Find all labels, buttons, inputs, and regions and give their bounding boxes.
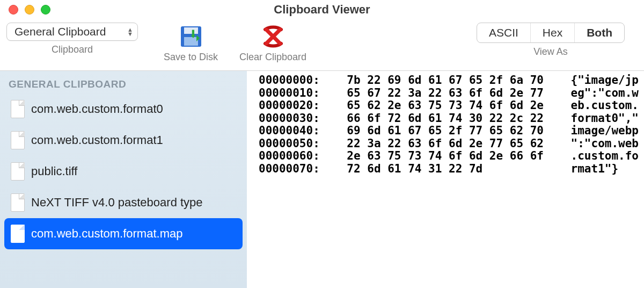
clipboard-dropdown[interactable]: General Clipboard ▲▼ — [6, 23, 138, 41]
file-icon — [11, 162, 25, 181]
sidebar-item-label: com.web.custom.format.map — [31, 227, 182, 241]
view-as-group: ASCII Hex Both View As — [477, 23, 625, 57]
svg-rect-1 — [184, 27, 198, 34]
sidebar: GENERAL CLIPBOARD com.web.custom.format0… — [0, 71, 247, 288]
clipboard-selector-group: General Clipboard ▲▼ Clipboard — [6, 23, 138, 55]
sidebar-item-label: public.tiff — [31, 164, 77, 178]
zoom-icon[interactable] — [41, 5, 50, 15]
titlebar: Clipboard Viewer — [0, 0, 644, 19]
sidebar-item[interactable]: public.tiff — [0, 156, 247, 187]
save-label: Save to Disk — [164, 52, 218, 63]
file-icon — [11, 131, 25, 149]
window-title: Clipboard Viewer — [0, 3, 644, 17]
clear-label: Clear Clipboard — [239, 52, 306, 63]
view-as-ascii[interactable]: ASCII — [477, 23, 531, 42]
close-icon[interactable] — [9, 5, 18, 15]
svg-rect-2 — [184, 37, 198, 46]
sidebar-item[interactable]: com.web.custom.format.map — [4, 218, 243, 249]
content-pane: 00000000: 7b 22 69 6d 61 67 65 2f 6a 70 … — [247, 71, 644, 288]
sidebar-section-header: GENERAL CLIPBOARD — [0, 74, 247, 93]
chevron-up-down-icon: ▲▼ — [127, 27, 133, 36]
file-icon — [11, 193, 25, 212]
save-to-disk-button[interactable]: Save to Disk — [164, 23, 218, 63]
clipboard-group-label: Clipboard — [52, 44, 93, 55]
hex-dump: 00000000: 7b 22 69 6d 61 67 65 2f 6a 70 … — [259, 74, 639, 175]
view-as-hex[interactable]: Hex — [531, 23, 575, 42]
minimize-icon[interactable] — [25, 5, 34, 15]
x-delete-icon — [259, 23, 287, 51]
dropdown-value: General Clipboard — [14, 25, 106, 38]
view-as-both[interactable]: Both — [575, 23, 624, 42]
main-area: GENERAL CLIPBOARD com.web.custom.format0… — [0, 71, 644, 288]
toolbar-buttons: Save to Disk Clear Clipboard — [164, 23, 306, 63]
file-icon — [11, 225, 25, 243]
window-controls — [0, 5, 50, 15]
toolbar: General Clipboard ▲▼ Clipboard Save to D… — [0, 19, 644, 71]
view-as-label: View As — [533, 46, 568, 57]
sidebar-item-label: com.web.custom.format1 — [31, 133, 163, 147]
sidebar-item[interactable]: com.web.custom.format1 — [0, 125, 247, 156]
sidebar-item-label: NeXT TIFF v4.0 pasteboard type — [31, 196, 203, 210]
clear-clipboard-button[interactable]: Clear Clipboard — [239, 23, 306, 63]
file-icon — [11, 100, 25, 118]
view-as-segmented: ASCII Hex Both — [477, 23, 625, 43]
floppy-save-icon — [177, 23, 205, 51]
sidebar-item[interactable]: com.web.custom.format0 — [0, 93, 247, 125]
sidebar-item[interactable]: NeXT TIFF v4.0 pasteboard type — [0, 187, 247, 218]
sidebar-item-label: com.web.custom.format0 — [31, 102, 163, 116]
